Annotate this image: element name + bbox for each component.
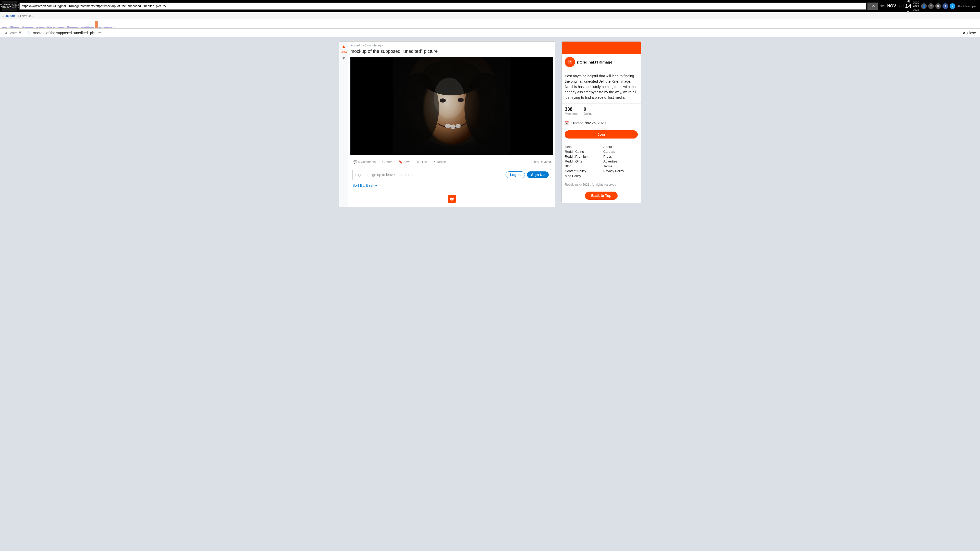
post-header-bar: ▲ Vote ▼ 📄 mockup of the supposed "unedi… — [0, 29, 980, 37]
svg-point-19 — [571, 60, 573, 61]
comments-action[interactable]: 💬 0 Comments — [352, 159, 377, 165]
online-stat: 0 Online — [584, 106, 593, 116]
footer-advertise-link[interactable]: Advertise — [603, 159, 638, 163]
calendar-icon: 📅 — [565, 121, 569, 125]
cal-dec[interactable]: DEC — [897, 5, 904, 8]
post-vote-sidebar: ▲ Vote ▼ — [339, 41, 348, 207]
join-button[interactable]: Join — [565, 130, 638, 138]
sidebar: r/OriginalJTKImage Post anything helpful… — [562, 41, 641, 207]
timeline-tick — [86, 27, 89, 28]
signup-button[interactable]: Sign Up — [527, 171, 549, 178]
wayback-user-icon[interactable]: 👤 — [921, 3, 927, 9]
post-vote-count: Vote — [340, 51, 347, 54]
footer-mod-policy-link[interactable]: Mod Policy — [565, 174, 599, 178]
community-card: r/OriginalJTKImage Post anything helpful… — [562, 41, 641, 203]
post-container: ▲ Vote ▼ Posted by 1 minute ago mockup o… — [339, 41, 555, 207]
svg-point-16 — [569, 61, 570, 62]
post-image-svg — [393, 57, 511, 154]
post-upvote-button[interactable]: ▲ — [341, 44, 346, 49]
comment-icon: 💬 — [353, 160, 357, 164]
online-label: Online — [584, 112, 593, 116]
footer-terms-link[interactable]: Terms — [603, 164, 638, 168]
community-stats: 338 Members 0 Online — [562, 103, 641, 119]
post-title: mockup of the supposed "unedited" pictur… — [350, 49, 553, 54]
wayback-url-input[interactable] — [19, 3, 866, 10]
timeline-tick — [56, 27, 58, 28]
snoo-svg — [566, 59, 573, 65]
post-layout: ▲ Vote ▼ Posted by 1 minute ago mockup o… — [339, 41, 555, 207]
cal-next-arrow[interactable]: ▶ — [907, 10, 910, 14]
post-image-container[interactable] — [350, 57, 553, 155]
footer-help-link[interactable]: Help — [565, 145, 599, 149]
reddit-footer-icon-container — [350, 189, 553, 205]
capture-link[interactable]: 1 capture — [2, 14, 15, 17]
footer-blog-link[interactable]: Blog — [565, 164, 599, 168]
post-downvote-button[interactable]: ▼ — [341, 55, 346, 61]
wayback-help-icon[interactable]: ? — [928, 3, 934, 9]
community-banner — [562, 41, 641, 54]
timeline-tick — [52, 27, 55, 28]
report-action[interactable]: ⚑ Report — [432, 159, 447, 165]
members-label: Members — [565, 112, 578, 116]
sort-label: Sort By: Best — [352, 183, 373, 187]
header-upvote-arrow[interactable]: ▲ — [4, 30, 9, 35]
report-icon: ⚑ — [433, 160, 436, 164]
wayback-facebook-icon[interactable]: f — [942, 3, 948, 9]
post-actions: 💬 0 Comments ↑ Share 🔖 Save 👁 Hide — [350, 157, 553, 167]
post-image — [393, 57, 511, 154]
timeline-tick — [83, 27, 86, 28]
header-downvote-arrow[interactable]: ▼ — [18, 30, 22, 35]
wayback-calendar: OCT NOV DEC ◀ 14 ▶ 2020 2021 2022 — [880, 0, 919, 14]
svg-rect-12 — [393, 57, 511, 154]
login-button[interactable]: Log In — [506, 171, 525, 178]
footer-about-link[interactable]: About — [603, 145, 638, 149]
footer-press-link[interactable]: Press — [603, 155, 638, 159]
footer-reddit-coins-link[interactable]: Reddit Coins — [565, 150, 599, 154]
timeline-tick — [69, 27, 72, 28]
timeline-tick — [104, 27, 107, 28]
wayback-go-button[interactable]: Go — [867, 3, 878, 10]
comment-prompt-bar: Log in or sign up to leave a comment Log… — [352, 169, 551, 180]
timeline-tick — [67, 26, 69, 28]
wayback-icons: 👤 ? ✕ f 𝕏 — [921, 3, 955, 9]
footer-careers-link[interactable]: Careers — [603, 150, 638, 154]
report-label: Report — [437, 160, 446, 164]
timeline-tick — [72, 27, 75, 28]
cal-oct[interactable]: OCT — [880, 5, 886, 8]
save-label: Save — [404, 160, 410, 164]
cal-prev-arrow[interactable]: ◀ — [907, 0, 910, 3]
wayback-twitter-icon[interactable]: 𝕏 — [950, 3, 955, 9]
timeline-tick — [92, 27, 94, 28]
timeline-tick — [113, 27, 115, 28]
about-capture-label[interactable]: About this capture — [957, 5, 978, 8]
footer-content-policy-link[interactable]: Content Policy — [565, 169, 599, 173]
header-vote-label: Vote — [10, 31, 17, 35]
cal-nov[interactable]: NOV — [887, 4, 896, 8]
cal-year-2021: 2021 — [913, 5, 919, 8]
save-action[interactable]: 🔖 Save — [398, 159, 411, 165]
timeline-tick — [110, 27, 112, 28]
close-label: Close — [967, 31, 976, 35]
save-icon: 🔖 — [399, 160, 402, 164]
calendar-day: 14 — [905, 3, 911, 10]
members-count: 338 — [565, 106, 578, 112]
sort-bar[interactable]: Sort By: Best ▼ — [352, 183, 551, 187]
share-action[interactable]: ↑ Share — [381, 159, 393, 165]
hide-action[interactable]: 👁 Hide — [415, 159, 428, 165]
footer-reddit-premium-link[interactable]: Reddit Premium — [565, 155, 599, 159]
post-meta: Posted by 1 minute ago — [350, 44, 553, 47]
timeline-tick — [61, 27, 64, 28]
wayback-close-icon[interactable]: ✕ — [935, 3, 941, 9]
back-to-top-button[interactable]: Back to Top — [585, 192, 617, 200]
wayback-logo[interactable]: INTERNETARCHIVEWayback Machine — [2, 1, 18, 11]
close-button[interactable]: ✕ Close — [963, 31, 976, 35]
header-vote-section: ▲ Vote ▼ — [4, 30, 22, 35]
footer-reddit-gifts-link[interactable]: Reddit Gifts — [565, 159, 599, 163]
timeline-tick — [81, 27, 83, 28]
timeline-tick — [33, 27, 35, 28]
footer-privacy-policy-link[interactable]: Privacy Policy — [603, 169, 638, 173]
wayback-bar: INTERNETARCHIVEWayback Machine Go OCT NO… — [0, 0, 980, 12]
timeline-tick — [101, 27, 104, 28]
wayback-timeline[interactable] — [0, 19, 980, 29]
community-name: r/OriginalJTKImage — [577, 60, 612, 64]
